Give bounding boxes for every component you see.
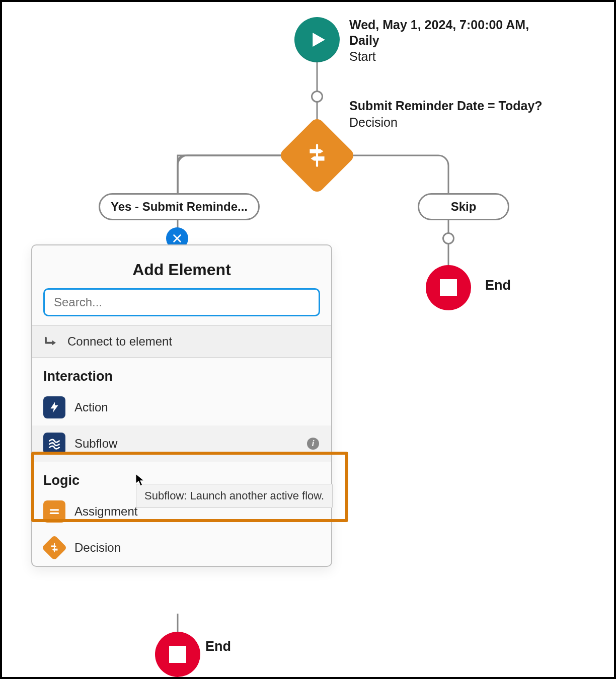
subflow-icon	[43, 433, 65, 455]
item-action[interactable]: Action	[32, 389, 331, 426]
decision-node[interactable]	[289, 128, 345, 183]
add-connector-dot-right[interactable]	[442, 232, 454, 244]
start-schedule-line1: Wed, May 1, 2024, 7:00:00 AM,	[349, 18, 529, 32]
decision-question: Submit Reminder Date = Today?	[349, 99, 543, 113]
close-icon	[172, 233, 183, 244]
end-node-right[interactable]	[426, 265, 471, 310]
end-node-left[interactable]	[155, 632, 200, 677]
decision-label: Submit Reminder Date = Today? Decision	[349, 98, 571, 130]
signpost-icon	[304, 143, 330, 168]
item-subflow-label: Subflow	[74, 437, 117, 451]
stop-icon	[169, 646, 186, 663]
info-icon[interactable]: i	[307, 438, 319, 450]
add-connector-dot[interactable]	[311, 91, 323, 103]
play-icon	[306, 29, 328, 50]
canvas: Wed, May 1, 2024, 7:00:00 AM, Daily Star…	[2, 2, 614, 677]
start-schedule-line2: Daily	[349, 33, 379, 47]
flow-builder-canvas: Wed, May 1, 2024, 7:00:00 AM, Daily Star…	[0, 0, 616, 679]
assignment-icon	[43, 500, 65, 523]
branch-chip-yes[interactable]: Yes - Submit Reminde...	[99, 193, 260, 220]
start-type: Start	[349, 49, 376, 63]
item-decision[interactable]: Decision	[32, 530, 331, 566]
action-icon	[43, 396, 65, 418]
branch-chip-yes-label: Yes - Submit Reminde...	[111, 200, 248, 214]
decision-type: Decision	[349, 115, 398, 129]
end-label-right: End	[485, 278, 511, 293]
add-element-popover: Add Element Connect to element Interacti…	[31, 244, 332, 567]
start-node[interactable]	[294, 17, 340, 62]
branch-chip-skip-label: Skip	[451, 200, 477, 214]
section-interaction: Interaction	[32, 358, 331, 389]
stop-icon	[440, 279, 457, 296]
connect-to-element[interactable]: Connect to element	[32, 325, 331, 358]
item-assignment-label: Assignment	[74, 504, 137, 519]
item-subflow[interactable]: Subflow i	[32, 426, 331, 462]
decision-item-icon	[43, 537, 65, 559]
search-input[interactable]	[43, 288, 320, 316]
search-wrap	[32, 288, 331, 325]
branch-chip-skip[interactable]: Skip	[418, 193, 509, 220]
end-label-left: End	[205, 639, 231, 654]
connect-icon	[43, 334, 58, 349]
connect-label: Connect to element	[67, 334, 172, 349]
subflow-tooltip: Subflow: Launch another active flow.	[136, 484, 333, 508]
item-decision-label: Decision	[74, 541, 121, 555]
item-action-label: Action	[74, 400, 108, 414]
start-label: Wed, May 1, 2024, 7:00:00 AM, Daily Star…	[349, 17, 571, 64]
popover-title: Add Element	[32, 245, 331, 288]
